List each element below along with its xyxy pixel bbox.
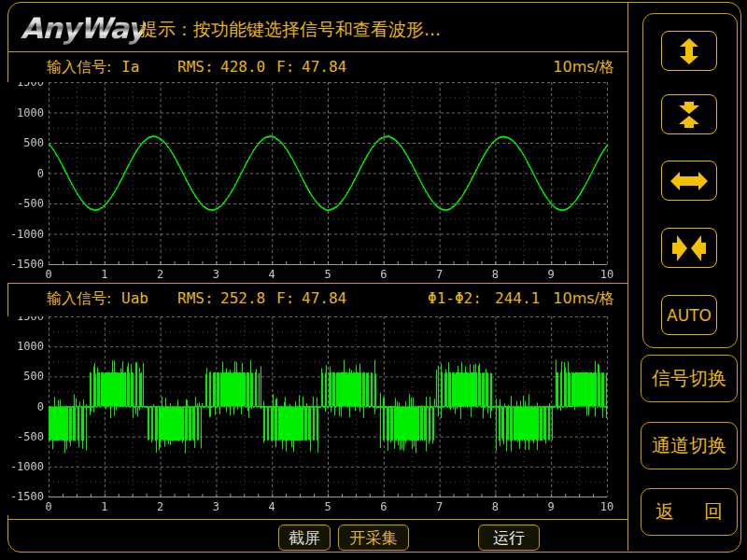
rms-value: 252.8 [220,289,265,307]
waveform-canvas-uab [7,316,626,515]
timebase-label: 10ms/格 [553,58,614,77]
freq-label: F: [276,289,294,307]
signal-label: 输入信号: [47,289,111,309]
vertical-expand-button[interactable] [661,31,717,71]
panel-ia-header: 输入信号: Ia RMS: 428.0 F: 47.84 10ms/格 [7,58,627,78]
analyzer-screen: AnyWay 提示：按功能键选择信号和查看波形... 输入信号: Ia RMS:… [0,0,747,560]
timebase-label: 10ms/格 [553,289,614,309]
return-button[interactable]: 返 回 [641,488,738,536]
hint-message: 提示：按功能键选择信号和查看波形... [140,18,441,42]
rms-label: RMS: [177,289,214,307]
return-button-label: 返 回 [655,499,723,525]
waveform-panel-uab: 输入信号: Uab RMS: 252.8 F: 47.84 Φ1-Φ2: 244… [7,283,627,519]
scale-button-group: AUTO [642,13,738,348]
signal-label: 输入信号: [47,58,111,77]
panel-uab-header: 输入信号: Uab RMS: 252.8 F: 47.84 Φ1-Φ2: 244… [7,289,627,310]
signal-switch-button[interactable]: 信号切换 [641,355,738,402]
freq-value: 47.84 [302,289,346,307]
vertical-compress-icon [670,102,708,128]
screenshot-button[interactable]: 截屏 [278,525,331,551]
rms-label: RMS: [177,58,214,76]
rms-value: 428.0 [220,58,265,76]
signal-value: Uab [121,289,148,307]
vertical-compress-button[interactable] [661,94,717,134]
run-button[interactable]: 运行 [478,525,540,551]
signal-value: Ia [121,58,139,76]
anyway-logo: AnyWay [21,11,146,45]
phase-label: Φ1-Φ2: [428,289,482,307]
vertical-expand-icon [670,38,708,64]
auto-button[interactable]: AUTO [661,295,717,335]
freq-label: F: [276,58,294,76]
freq-value: 47.84 [302,58,346,76]
horizontal-expand-button[interactable] [661,161,717,201]
phase-value: 244.1 [495,289,540,307]
start-acquire-button[interactable]: 开采集 [338,525,409,551]
waveform-canvas-ia [7,82,626,283]
sidebar: AUTO 信号切换 通道切换 返 回 [627,2,741,551]
horizontal-compress-button[interactable] [661,228,717,268]
waveform-panel-ia: 输入信号: Ia RMS: 428.0 F: 47.84 10ms/格 [7,51,627,283]
horizontal-compress-icon [670,235,708,261]
horizontal-expand-icon [670,168,708,194]
bottombar-separator [7,519,627,520]
channel-switch-button[interactable]: 通道切换 [641,422,738,469]
